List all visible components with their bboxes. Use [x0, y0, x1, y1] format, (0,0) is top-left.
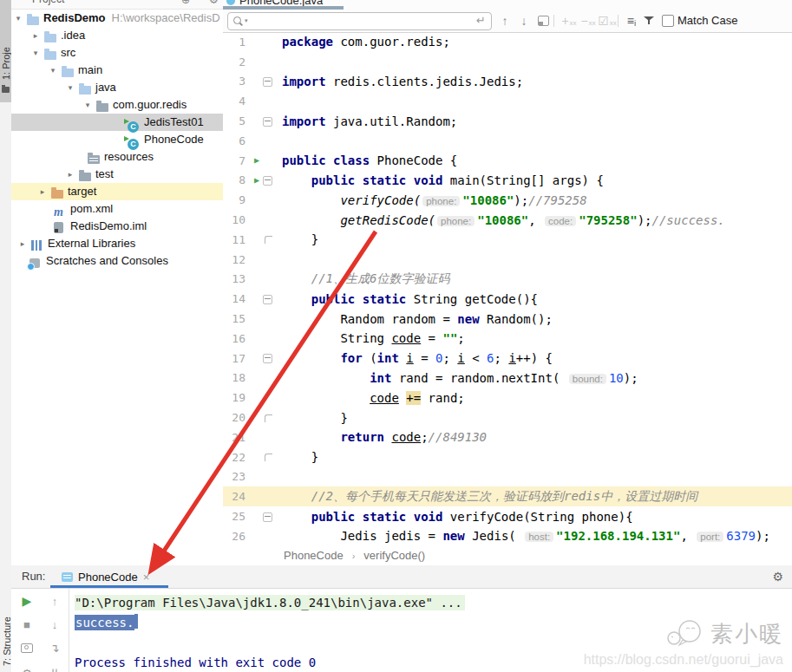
tree-item-phonecode[interactable]: CPhoneCode: [11, 131, 223, 148]
code-line-22[interactable]: 22 }: [223, 447, 792, 467]
code-line-16[interactable]: 16 String code = "";: [223, 329, 792, 349]
up-stack-trace-button[interactable]: ↑: [48, 594, 62, 608]
breadcrumb-method[interactable]: verifyCode(): [363, 549, 425, 562]
chevron-down-icon[interactable]: ▾: [30, 44, 41, 62]
code-line-7[interactable]: 7▶public class PhoneCode {: [223, 151, 792, 171]
run-settings-gear-icon[interactable]: ⚙: [772, 565, 783, 588]
chevron-right-icon[interactable]: ▸: [17, 235, 28, 252]
code-line-15[interactable]: 15 Random random = new Random();: [223, 309, 792, 329]
divider: [618, 15, 619, 27]
code-line-20[interactable]: 20 }: [223, 408, 792, 427]
chevron-down-icon[interactable]: ▾: [48, 62, 58, 79]
fold-icon[interactable]: [263, 295, 272, 304]
run-gutter-icon[interactable]: ▶: [254, 156, 259, 165]
fold-icon[interactable]: [263, 354, 272, 363]
tree-item-resources[interactable]: resources: [11, 148, 223, 166]
remove-selection-button[interactable]: −xx: [580, 10, 596, 32]
code-line-25[interactable]: 25 public static void verifyCode(String …: [223, 506, 792, 526]
toggle-selection-button[interactable]: ☑xx: [599, 10, 615, 32]
code-line-12[interactable]: 12: [223, 250, 792, 270]
breadcrumb-class[interactable]: PhoneCode: [284, 549, 344, 562]
code-line-2[interactable]: 2: [223, 52, 792, 72]
code-line-3[interactable]: 3import redis.clients.jedis.Jedis;: [223, 72, 792, 92]
thread-dump-button[interactable]: [20, 641, 34, 655]
code-line-14[interactable]: 14 public static String getCode(){: [223, 289, 792, 309]
fold-icon[interactable]: [263, 117, 272, 127]
tree-item-redisdemo[interactable]: ▾RedisDemoH:\workspace\RedisD: [11, 10, 223, 27]
prev-occurrence-button[interactable]: ↑: [497, 10, 513, 32]
tree-item-test[interactable]: ▸test: [11, 166, 223, 183]
tree-item-pom-xml[interactable]: mpom.xml: [11, 200, 223, 218]
close-icon[interactable]: ×: [143, 571, 150, 584]
chevron-down-icon[interactable]: ▾: [82, 96, 93, 114]
divider: [69, 589, 69, 672]
search-input[interactable]: ▾ ↵: [227, 12, 492, 30]
stop-button[interactable]: ■: [20, 617, 34, 631]
match-case-checkbox[interactable]: [660, 10, 676, 32]
soft-wrap-button[interactable]: ↴: [48, 641, 62, 655]
tree-item-com-guor-redis[interactable]: ▾com.guor.redis: [11, 96, 223, 114]
code-line-8[interactable]: 8▶ public static void main(String[] args…: [223, 171, 792, 191]
run-gutter-icon[interactable]: ▶: [254, 176, 259, 185]
console-line[interactable]: success.: [75, 613, 465, 633]
tree-item--idea[interactable]: ▸.idea: [11, 27, 223, 44]
console-line[interactable]: [75, 633, 465, 653]
tree-item-external-libraries[interactable]: ▸External Libraries: [11, 235, 223, 252]
code-line-21[interactable]: 21 return code;//849130: [223, 427, 792, 447]
tree-item-label: RedisDemo.iml: [70, 219, 147, 232]
tree-item-main[interactable]: ▾main: [11, 62, 223, 79]
console-output[interactable]: "D:\Program Files\Java\jdk1.8.0_241\bin\…: [75, 593, 465, 672]
fold-icon[interactable]: [263, 176, 272, 186]
code-line-6[interactable]: 6: [223, 131, 792, 151]
next-occurrence-button[interactable]: ↓: [516, 10, 532, 32]
scratch-icon: [29, 256, 40, 271]
code-line-5[interactable]: 5import java.util.Random;: [223, 111, 792, 131]
new-line-icon[interactable]: ↵: [476, 14, 486, 27]
code-line-17[interactable]: 17 for (int i = 0; i < 6; i++) {: [223, 349, 792, 369]
find-bar: ▾ ↵ ↑ ↓ +xx −xx ☑xx ≡ᵢ Match Case: [223, 10, 792, 33]
project-toolwindow-button[interactable]: 1: Proje: [0, 0, 11, 102]
code-line-13[interactable]: 13 //1、生成6位数字验证码: [223, 270, 792, 290]
settings-button[interactable]: ⚙: [20, 666, 34, 672]
expand-all-icon[interactable]: ⊕: [181, 0, 190, 6]
code-editor[interactable]: 1package com.guor.redis;23import redis.c…: [223, 32, 792, 546]
code-line-11[interactable]: 11 }: [223, 230, 792, 250]
code-line-23[interactable]: 23: [223, 467, 792, 487]
code-line-24[interactable]: 24 //2、每个手机每天只能发送三次，验证码放到redis中，设置过期时间: [223, 486, 792, 506]
tree-item-target[interactable]: ▸target: [11, 183, 223, 200]
fold-icon[interactable]: [263, 512, 272, 522]
filter-funnel-icon[interactable]: [641, 10, 657, 32]
chevron-right-icon[interactable]: ▸: [65, 166, 75, 183]
code-line-4[interactable]: 4: [223, 91, 792, 111]
tree-item-redisdemo-iml[interactable]: RedisDemo.iml: [11, 218, 223, 235]
console-line[interactable]: Process finished with exit code 0: [75, 653, 465, 672]
code-line-19[interactable]: 19 code += rand;: [223, 388, 792, 408]
tree-item-java[interactable]: ▾java: [11, 79, 223, 96]
fold-icon[interactable]: [263, 77, 272, 87]
code-line-9[interactable]: 9 verifyCode(phone:"10086");//795258: [223, 190, 792, 210]
code-line-18[interactable]: 18 int rand = random.nextInt( bound:10);: [223, 369, 792, 388]
tree-item-jedistest01[interactable]: CJedisTest01: [11, 114, 223, 131]
settings-icon[interactable]: ⚙: [209, 0, 219, 6]
editor-panel: PhoneCode.java ▾ ↵ ↑ ↓ +xx −xx ☑xx ≡ᵢ Ma…: [223, 0, 792, 565]
code-line-26[interactable]: 26 Jedis jedis = new Jedis( host:"192.16…: [223, 526, 792, 546]
search-options-chevron-icon[interactable]: ▾: [245, 17, 248, 24]
down-stack-trace-button[interactable]: ↓: [48, 617, 62, 631]
console-controls: ↑ ↓ ↴ ⇊: [44, 594, 65, 672]
add-selection-button[interactable]: +xx: [561, 10, 577, 32]
console-line[interactable]: "D:\Program Files\Java\jdk1.8.0_241\bin\…: [75, 593, 465, 613]
filter-lines-icon[interactable]: ≡ᵢ: [624, 10, 639, 32]
project-folder-icon: [2, 87, 10, 93]
chevron-right-icon[interactable]: ▸: [30, 27, 41, 44]
scroll-to-end-button[interactable]: ⇊: [48, 666, 62, 672]
tree-item-scratches-and-consoles[interactable]: Scratches and Consoles: [11, 252, 223, 270]
tree-item-src[interactable]: ▾src: [11, 44, 223, 62]
chevron-right-icon[interactable]: ▸: [37, 183, 48, 200]
rerun-button[interactable]: ▶: [20, 594, 34, 608]
chevron-down-icon[interactable]: ▾: [13, 10, 23, 27]
project-tree: ▾RedisDemoH:\workspace\RedisD▸.idea▾src▾…: [11, 9, 223, 564]
code-line-10[interactable]: 10 getRedisCode(phone:"10086", code:"795…: [223, 210, 792, 230]
chevron-down-icon[interactable]: ▾: [65, 79, 75, 96]
select-all-occurrences-button[interactable]: [535, 10, 551, 32]
code-line-1[interactable]: 1package com.guor.redis;: [223, 32, 792, 52]
